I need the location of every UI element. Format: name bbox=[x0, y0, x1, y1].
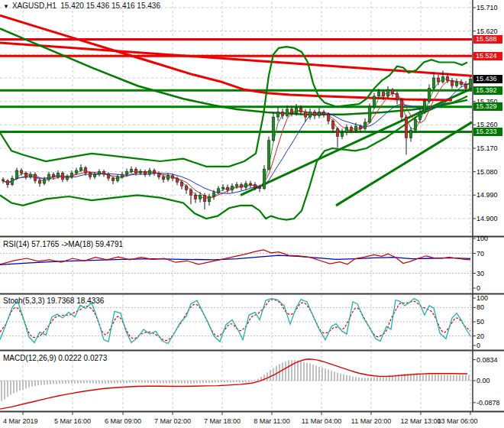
candle-bear bbox=[180, 182, 183, 186]
candle-bear bbox=[176, 178, 179, 182]
candle-bull bbox=[121, 174, 124, 177]
candle-bull bbox=[272, 117, 275, 141]
candle-bear bbox=[107, 174, 110, 178]
candle-bear bbox=[336, 128, 339, 136]
candle-bull bbox=[221, 187, 225, 189]
candle-bull bbox=[130, 169, 133, 171]
bollinger-lower-line bbox=[0, 96, 467, 220]
candle-bull bbox=[286, 109, 289, 116]
candle-bear bbox=[144, 172, 147, 174]
ma-medium-red-line bbox=[3, 80, 470, 197]
candle-bull bbox=[432, 78, 435, 89]
candle-bull bbox=[93, 174, 96, 177]
candle-bear bbox=[157, 173, 160, 177]
candle-bear bbox=[258, 187, 261, 189]
candle-bull bbox=[212, 193, 215, 196]
macd-signal-line bbox=[0, 359, 467, 409]
candle-bear bbox=[281, 112, 284, 115]
candle-bear bbox=[313, 112, 316, 115]
candle-bear bbox=[162, 177, 165, 179]
candle-bear bbox=[451, 80, 454, 86]
candle-bull bbox=[199, 195, 202, 199]
candle-bear bbox=[290, 109, 293, 113]
candle-bull bbox=[235, 185, 238, 186]
trading-chart-window: { "window": { "dropdown_icon": "▼", "sym… bbox=[0, 0, 504, 428]
candle-bull bbox=[29, 174, 32, 177]
candle-bull bbox=[414, 120, 417, 131]
candle-bull bbox=[125, 172, 128, 174]
candle-bear bbox=[350, 128, 353, 130]
candle-bull bbox=[418, 112, 422, 119]
candle-bear bbox=[396, 93, 399, 100]
candle-bull bbox=[217, 189, 220, 193]
candle-bull bbox=[373, 96, 376, 107]
candle-bull bbox=[57, 173, 60, 177]
candle-bear bbox=[331, 121, 334, 128]
candle-bull bbox=[98, 172, 101, 174]
candle-bear bbox=[464, 85, 467, 89]
candle-bull bbox=[267, 141, 270, 169]
candle-bear bbox=[249, 183, 252, 185]
stoch-k-line bbox=[0, 299, 470, 344]
support-ascending-2-trendline[interactable] bbox=[336, 122, 472, 206]
candle-bull bbox=[341, 133, 344, 137]
candle-bear bbox=[89, 173, 92, 177]
candle-bull bbox=[139, 172, 142, 173]
candle-bull bbox=[75, 170, 78, 173]
candle-bull bbox=[66, 177, 69, 179]
stoch-d-line bbox=[0, 300, 470, 341]
candle-bull bbox=[368, 106, 371, 122]
candle-bull bbox=[377, 92, 380, 96]
candle-bull bbox=[345, 128, 348, 133]
candle-bull bbox=[441, 76, 444, 82]
candle-bull bbox=[43, 180, 46, 183]
candle-bull bbox=[428, 89, 431, 102]
candle-bear bbox=[446, 76, 449, 80]
candle-bull bbox=[79, 168, 82, 170]
candle-bear bbox=[171, 176, 174, 178]
candle-bear bbox=[391, 89, 394, 93]
candle-bear bbox=[84, 168, 87, 173]
candle-bull bbox=[295, 108, 298, 113]
candle-bear bbox=[299, 108, 302, 112]
candle-bull bbox=[116, 177, 119, 180]
candle-bear bbox=[460, 82, 463, 84]
candle-bear bbox=[52, 174, 55, 177]
candle-bear bbox=[400, 100, 403, 117]
candle-bull bbox=[47, 174, 50, 180]
candle-bear bbox=[134, 169, 137, 173]
candle-bear bbox=[194, 195, 197, 199]
candle-bull bbox=[148, 170, 151, 174]
candle-bull bbox=[15, 170, 18, 178]
candle-bear bbox=[322, 112, 325, 114]
candle-bear bbox=[189, 190, 192, 195]
candle-bull bbox=[11, 178, 14, 185]
candle-bear bbox=[2, 180, 5, 181]
candle-bear bbox=[203, 195, 206, 202]
candle-bear bbox=[61, 173, 64, 180]
candle-bear bbox=[153, 170, 156, 173]
candle-bull bbox=[244, 183, 247, 187]
candle-bull bbox=[276, 112, 279, 117]
candle-bear bbox=[38, 181, 41, 183]
candle-bear bbox=[102, 172, 105, 174]
candle-bear bbox=[240, 185, 243, 187]
candle-bear bbox=[20, 170, 23, 173]
candle-bull bbox=[208, 196, 211, 202]
candle-bull bbox=[231, 186, 234, 190]
candle-bear bbox=[34, 174, 37, 181]
candle-bear bbox=[6, 181, 9, 185]
rsi-line bbox=[0, 250, 470, 264]
candle-bear bbox=[359, 126, 362, 128]
candle-bull bbox=[354, 126, 357, 130]
candle-bear bbox=[185, 186, 188, 190]
candle-bull bbox=[455, 82, 458, 86]
candle-bear bbox=[437, 78, 440, 82]
candle-bull bbox=[263, 169, 266, 189]
chart-canvas bbox=[0, 0, 504, 428]
candle-bear bbox=[226, 187, 229, 190]
candle-bull bbox=[166, 176, 170, 180]
candle-bear bbox=[304, 112, 307, 117]
candle-bull bbox=[318, 112, 321, 115]
candle-bear bbox=[382, 92, 385, 96]
